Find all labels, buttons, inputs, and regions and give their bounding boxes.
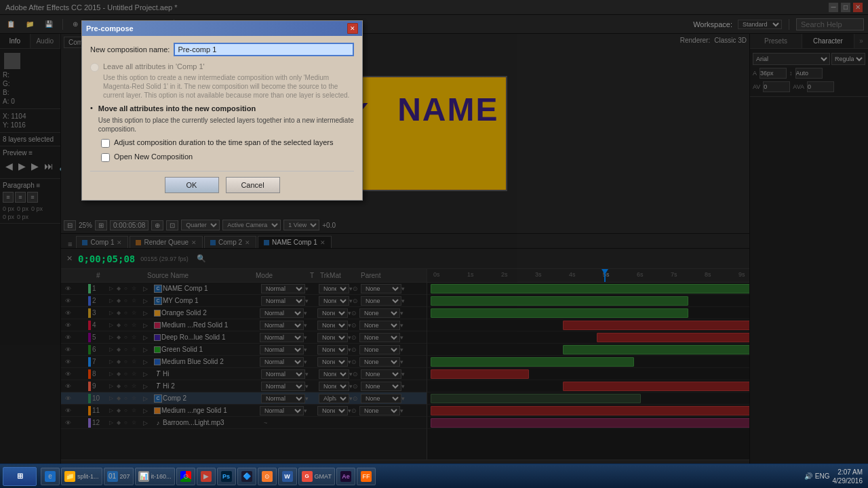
precompose-dialog: Pre-compose ✕ New composition name: Leav… (81, 20, 363, 201)
app2-icon: 📊 (138, 471, 149, 482)
taskbar-ie[interactable]: e (41, 468, 60, 485)
ae-icon: Ae (340, 471, 351, 482)
taskbar-blender[interactable]: ⊙ (258, 468, 277, 485)
option1-desc: Use this option to create a new intermed… (103, 73, 354, 100)
tray-lang: ENG (815, 472, 830, 480)
dialog-title: Pre-compose (86, 24, 134, 33)
name-field-row: New composition name: (90, 43, 354, 56)
taskbar-tray: 🔊 ENG 2:07 AM 4/29/2016 (804, 468, 865, 485)
option3-label: Adjust composition duration to the time … (114, 138, 333, 148)
option3-checkbox[interactable] (101, 139, 110, 148)
time-display: 2:07 AM (833, 468, 863, 476)
taskbar-ff[interactable]: FF (357, 468, 376, 485)
ok-button[interactable]: OK (165, 177, 219, 193)
gmat-label: GMAT (315, 473, 332, 480)
dialog-overlay: Pre-compose ✕ New composition name: Leav… (0, 0, 868, 488)
taskbar: ⊞ e 📁 split-1... 01 207 📊 it-160... ⊙ ▶ … (0, 464, 868, 488)
tray-time: 2:07 AM 4/29/2016 (833, 468, 863, 485)
taskbar-app1[interactable]: 01 207 (104, 468, 134, 485)
taskbar-gmat[interactable]: G GMAT (298, 468, 335, 485)
ie-icon: e (45, 471, 56, 482)
taskbar-explorer[interactable]: 📁 split-1... (61, 468, 102, 485)
tray-volume[interactable]: 🔊 (804, 472, 812, 480)
app3-icon: ▶ (201, 471, 212, 482)
taskbar-ae[interactable]: Ae (336, 468, 355, 485)
option2-bullet: • (90, 104, 93, 112)
explorer-icon: 📁 (64, 471, 75, 482)
ps-icon: Ps (221, 471, 232, 482)
option1-row: Leave all attributes in 'Comp 1' Use thi… (90, 62, 354, 100)
gmat-icon: G (302, 471, 313, 482)
option2-label: Move all attributes into the new composi… (98, 104, 354, 114)
option2-row: • Move all attributes into the new compo… (90, 104, 354, 133)
date-display: 4/29/2016 (833, 476, 863, 485)
app1-icon: 01 (107, 471, 118, 482)
explorer-label: split-1... (77, 473, 99, 480)
ff-icon: FF (361, 471, 372, 482)
option2-content: Move all attributes into the new composi… (98, 104, 354, 133)
dialog-title-bar: Pre-compose ✕ (82, 21, 362, 36)
app2-label: it-160... (151, 473, 172, 480)
cancel-button[interactable]: Cancel (226, 177, 280, 193)
option4-row: Open New Composition (101, 152, 354, 162)
name-field-label: New composition name: (90, 45, 170, 54)
taskbar-photoshop[interactable]: Ps (217, 468, 236, 485)
taskbar-app4[interactable]: 🔷 (237, 468, 256, 485)
option1-radio[interactable] (90, 63, 99, 72)
start-button[interactable]: ⊞ (3, 467, 37, 486)
dialog-buttons: OK Cancel (90, 171, 354, 193)
taskbar-app3[interactable]: ▶ (197, 468, 216, 485)
option4-checkbox[interactable] (101, 153, 110, 162)
app1-label: 207 (120, 473, 130, 480)
app4-icon: 🔷 (241, 471, 252, 482)
dialog-body: New composition name: Leave all attribut… (82, 36, 362, 200)
option1-label: Leave all attributes in 'Comp 1' (103, 62, 354, 72)
dialog-close-button[interactable]: ✕ (347, 23, 358, 34)
taskbar-chrome[interactable]: ⊙ (176, 468, 195, 485)
option3-row: Adjust composition duration to the time … (101, 138, 354, 148)
composition-name-input[interactable] (174, 43, 354, 56)
option1-content: Leave all attributes in 'Comp 1' Use thi… (103, 62, 354, 100)
blender-icon: ⊙ (262, 471, 273, 482)
option4-label: Open New Composition (114, 152, 193, 162)
taskbar-app2[interactable]: 📊 it-160... (135, 468, 175, 485)
taskbar-word[interactable]: W (278, 468, 297, 485)
chrome-icon: ⊙ (180, 471, 191, 482)
word-icon: W (282, 471, 293, 482)
option2-desc: Use this option to place the currently s… (98, 116, 354, 134)
